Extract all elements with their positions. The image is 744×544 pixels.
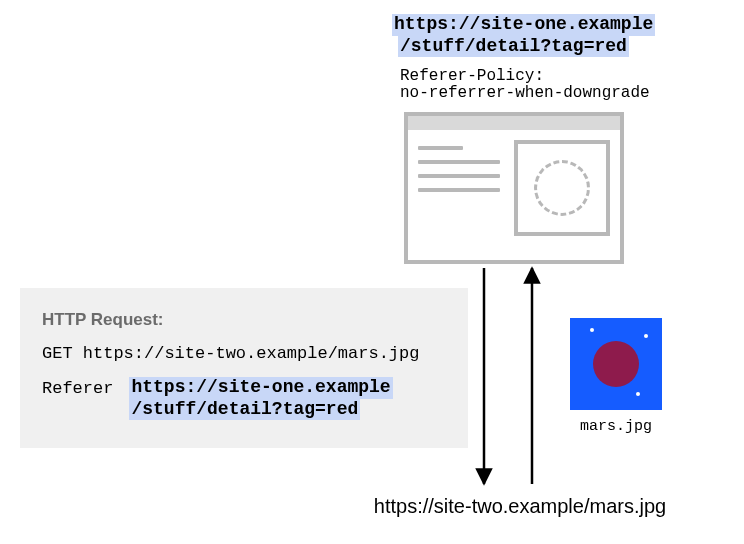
- origin-url-line2: /stuff/detail?tag=red: [398, 36, 629, 58]
- page-text-placeholder: [418, 140, 500, 250]
- asset-thumbnail-block: mars.jpg: [570, 318, 662, 435]
- mars-thumbnail: [570, 318, 662, 410]
- image-placeholder-icon: [534, 160, 590, 216]
- destination-url: https://site-two.example/mars.jpg: [360, 495, 680, 518]
- referer-value-line2: /stuff/detail?tag=red: [129, 399, 360, 421]
- asset-caption: mars.jpg: [570, 418, 662, 435]
- origin-url-line1: https://site-one.example: [392, 14, 655, 36]
- policy-value: no-referrer-when-downgrade: [400, 85, 650, 102]
- browser-titlebar: [408, 116, 620, 130]
- policy-header: Referer-Policy:: [400, 68, 650, 85]
- referer-policy-block: Referer-Policy: no-referrer-when-downgra…: [400, 68, 650, 102]
- http-request-line: GET https://site-two.example/mars.jpg: [42, 344, 446, 363]
- referer-header-value: https://site-one.example /stuff/detail?t…: [129, 377, 392, 420]
- origin-url-block: https://site-one.example /stuff/detail?t…: [392, 14, 655, 57]
- image-slot: [514, 140, 610, 236]
- planet-icon: [593, 341, 639, 387]
- http-request-box: HTTP Request: GET https://site-two.examp…: [20, 288, 468, 448]
- browser-window: [404, 112, 624, 264]
- http-request-title: HTTP Request:: [42, 310, 446, 330]
- referer-header-name: Referer: [42, 377, 113, 398]
- referer-value-line1: https://site-one.example: [129, 377, 392, 399]
